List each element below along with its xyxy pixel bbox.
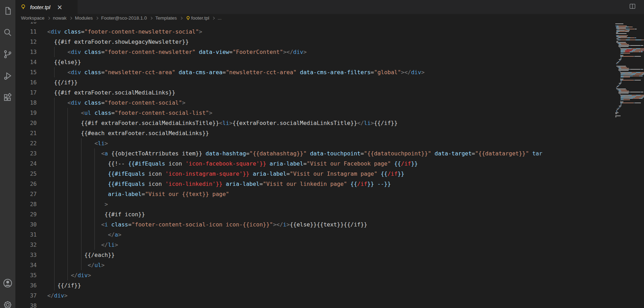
line-number: 35 — [15, 270, 37, 280]
indent-guide — [54, 148, 55, 159]
indent-guide — [54, 98, 55, 108]
code-text: aria-label="Visit our {{text}} page" — [108, 189, 229, 199]
settings-gear-icon[interactable] — [0, 294, 15, 308]
code-line: 30<i class="footer-content-social-icon i… — [15, 219, 644, 230]
indent-guide — [54, 138, 55, 148]
indent-guide — [54, 280, 55, 290]
line-number: 32 — [15, 240, 37, 250]
indent-guide — [54, 230, 55, 240]
line-number: 14 — [15, 57, 37, 67]
code-text: <div class="footer-content-social"> — [67, 98, 185, 108]
line-number: 29 — [15, 209, 37, 219]
code-line: 31</a> — [15, 230, 644, 240]
minimap-line — [615, 117, 644, 118]
code-line: 22<li> — [15, 138, 644, 148]
code-text: {{/if}} — [57, 280, 81, 290]
line-number: 18 — [15, 98, 37, 108]
indent-guide — [94, 169, 95, 179]
code-text: {{/each}} — [84, 250, 115, 260]
search-icon[interactable] — [0, 22, 15, 43]
indent-guide — [94, 148, 95, 159]
code-line: 32</li> — [15, 240, 644, 250]
code-line: 16{{/if}} — [15, 77, 644, 88]
tab-footer-tpl[interactable]: footer.tpl × — [15, 0, 78, 14]
line-number: 27 — [15, 189, 37, 199]
indent-guide — [94, 219, 95, 230]
breadcrumb-item[interactable]: Workspace — [21, 15, 44, 21]
line-number: 15 — [15, 67, 37, 77]
code-line: 27aria-label="Visit our {{text}} page" — [15, 189, 644, 199]
indent-guide — [67, 250, 68, 260]
code-line: 19<ul class="footer-content-social-list"… — [15, 108, 644, 118]
indent-guide — [81, 260, 81, 270]
run-debug-icon[interactable] — [0, 65, 15, 87]
indent-guide — [54, 209, 55, 219]
source-control-icon[interactable] — [0, 43, 15, 65]
code-line: 25{{#ifEquals icon 'icon-instagram-squar… — [15, 169, 644, 179]
explorer-icon[interactable] — [0, 0, 15, 22]
code-text: > — [105, 199, 108, 209]
indent-guide — [67, 209, 68, 219]
indent-guide — [81, 219, 81, 230]
line-number: 38 — [15, 301, 37, 308]
indent-guide — [67, 189, 68, 199]
code-line: 15<div class="newsletter-cct-area" data-… — [15, 67, 644, 77]
code-text: <a {{objectToAtrributes item}} data-hash… — [101, 148, 542, 159]
code-line: 23<a {{objectToAtrributes item}} data-ha… — [15, 148, 644, 159]
code-line: 13<div class="footer-content-newsletter"… — [15, 47, 644, 57]
line-number: 24 — [15, 159, 37, 169]
code-text: </a> — [108, 230, 122, 240]
code-text: {{#if extraFooter.socialMediaLinks}} — [54, 88, 176, 98]
breadcrumb-item[interactable]: Modules — [75, 15, 93, 21]
indent-guide — [67, 270, 68, 280]
code-line: 21{{#each extraFooter.socialMediaLinks}} — [15, 128, 644, 138]
breadcrumb-item[interactable]: ... — [217, 15, 221, 21]
code-text: {{/if}} — [54, 77, 78, 88]
indent-guide — [67, 199, 68, 209]
code-line: 28> — [15, 199, 644, 209]
close-icon[interactable]: × — [57, 4, 63, 10]
lightbulb-icon — [186, 16, 191, 22]
code-line: 34</ul> — [15, 260, 644, 270]
code-editor[interactable]: 1011<div class="footer-content-newslette… — [15, 22, 644, 308]
line-number: 12 — [15, 37, 37, 47]
indent-guide — [81, 169, 81, 179]
indent-guide — [67, 260, 68, 270]
code-line: 37</div> — [15, 290, 644, 301]
lightbulb-icon — [20, 4, 26, 11]
indent-guide — [54, 47, 55, 57]
indent-guide — [94, 230, 95, 240]
chevron-right-icon — [179, 16, 182, 19]
indent-guide — [54, 108, 55, 118]
chevron-right-icon — [150, 16, 152, 19]
breadcrumb-item[interactable]: footer.tpl — [191, 15, 209, 21]
breadcrumb-item[interactable]: Footer@sco-2018.1.0 — [101, 15, 147, 21]
account-icon[interactable] — [0, 272, 15, 294]
indent-guide — [54, 270, 55, 280]
indent-guide — [81, 138, 81, 148]
code-text: {{#if extraFooter.showLegacyNewsletter}} — [54, 37, 189, 47]
line-number: 37 — [15, 290, 37, 301]
breadcrumb-item[interactable]: Templates — [155, 15, 177, 21]
line-number: 19 — [15, 108, 37, 118]
split-editor-icon[interactable] — [629, 2, 636, 12]
code-line: 14{{else}} — [15, 57, 644, 67]
minimap[interactable] — [615, 22, 644, 308]
indent-guide — [54, 199, 55, 209]
chevron-right-icon — [95, 16, 98, 19]
line-number: 22 — [15, 138, 37, 148]
tab-label: footer.tpl — [30, 4, 50, 10]
indent-guide — [67, 240, 68, 250]
line-number: 21 — [15, 128, 37, 138]
code-text: <li> — [94, 138, 108, 148]
line-number: 30 — [15, 219, 37, 230]
line-number: 17 — [15, 88, 37, 98]
line-number: 28 — [15, 199, 37, 209]
indent-guide — [81, 159, 81, 169]
indent-guide — [54, 189, 55, 199]
indent-guide — [54, 250, 55, 260]
extensions-icon[interactable] — [0, 87, 15, 108]
breadcrumb-item[interactable]: nowak — [53, 15, 66, 21]
code-text: </ul> — [88, 260, 105, 270]
code-line: 26{{#ifEquals icon 'icon-linkedin'}} ari… — [15, 179, 644, 189]
